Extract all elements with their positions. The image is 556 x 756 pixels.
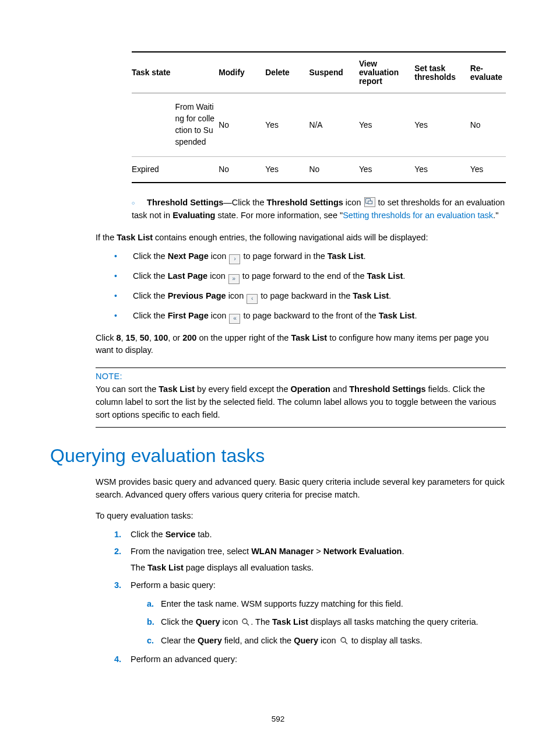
table-row: From Waiting for collection to Suspended… [132,93,506,157]
note-body: You can sort the Task List by every fiel… [96,383,506,421]
task-state-table-wrapper: Task state Modify Delete Suspend View ev… [132,51,506,183]
th-set-threshold: Set task thresholds [414,52,470,93]
threshold-settings-bullet: Threshold Settings—Click the Threshold S… [132,196,506,222]
nav-last-bullet: Click the Last Page icon » to page forwa… [114,271,506,284]
query-icon [340,636,348,645]
first-page-icon: « [229,314,240,324]
task-state-table: Task state Modify Delete Suspend View ev… [132,51,506,183]
section-heading: Querying evaluation tasks [50,445,506,467]
note-label: NOTE: [96,372,506,381]
previous-page-icon: ‹ [247,294,258,304]
task-list-intro: If the Task List contains enough entries… [96,232,506,244]
svg-point-2 [242,619,247,624]
query-intro: WSM provides basic query and advanced qu… [96,476,506,502]
nav-first-bullet: Click the First Page icon « to page back… [114,311,506,324]
svg-line-5 [345,642,347,644]
setting-thresholds-link[interactable]: Setting thresholds for an evaluation tas… [343,211,493,220]
note-block: NOTE: You can sort the Task List by ever… [96,368,506,428]
query-lead: To query evaluation tasks: [96,510,506,523]
svg-line-3 [247,623,249,625]
step-3c: c. Clear the Query field, and click the … [147,635,506,648]
th-modify: Modify [219,52,265,93]
nav-next-bullet: Click the Next Page icon › to page forwa… [114,251,506,264]
page-number: 592 [0,715,556,723]
items-per-page-text: Click 8, 15, 50, 100, or 200 on the uppe… [96,332,506,358]
table-row: Expired No Yes No Yes Yes Yes [132,157,506,183]
next-page-icon: › [229,254,240,264]
th-view-report: View evaluation report [359,52,414,93]
svg-rect-1 [368,201,372,204]
threshold-settings-icon [364,197,375,207]
query-icon [241,618,249,626]
step-1: 1. Click the Service tab. [114,528,506,541]
th-task-state: Task state [132,52,219,93]
th-suspend: Suspend [309,52,359,93]
last-page-icon: » [228,274,240,284]
nav-prev-bullet: Click the Previous Page icon ‹ to page b… [114,291,506,304]
th-reevaluate: Re-evaluate [470,52,506,93]
step-4: 4. Perform an advanced query: [114,653,506,666]
svg-point-4 [341,638,346,642]
th-delete: Delete [265,52,309,93]
step-3b: b. Click the Query icon . The Task List … [147,616,506,629]
step-3a: a. Enter the task name. WSM supports fuz… [147,598,506,611]
step-2: 2. From the navigation tree, select WLAN… [114,545,506,575]
step-3: 3. Perform a basic query: a. Enter the t… [114,579,506,648]
